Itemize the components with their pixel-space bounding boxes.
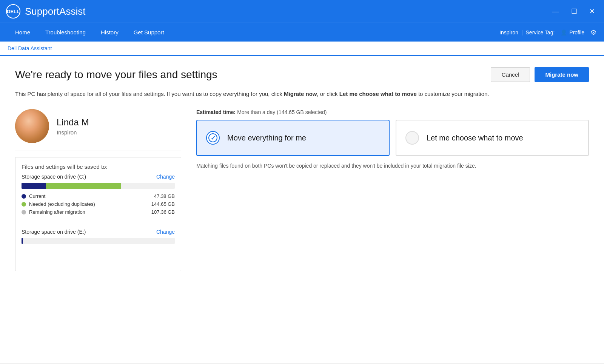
legend-needed-label: Needed (excluding duplicates) <box>29 201 95 207</box>
navbar: Home Troubleshooting History Get Support… <box>0 23 604 42</box>
option-choose-what-to-move[interactable]: Let me choose what to move <box>396 120 589 156</box>
nav-item-get-support[interactable]: Get Support <box>126 23 172 42</box>
profile-label: Profile <box>569 29 584 35</box>
option1-label: Move everything for me <box>227 133 306 143</box>
drive-e-progress-bar <box>22 238 175 244</box>
profile-icon: 👤 <box>561 29 567 35</box>
legend-current-value: 47.38 GB <box>154 193 175 199</box>
page-title: We're ready to move your files and setti… <box>15 69 217 81</box>
close-button[interactable]: ✕ <box>586 6 598 17</box>
divider-2 <box>22 221 175 221</box>
breadcrumb: Dell Data Assistant <box>0 42 604 56</box>
user-details: Linda M Inspiron <box>57 117 89 136</box>
titlebar: DELL SupportAssist — ☐ ✕ <box>0 0 604 23</box>
drive-e-change-link[interactable]: Change <box>156 229 175 235</box>
dot-remaining <box>22 210 26 214</box>
profile-button[interactable]: 👤 Profile <box>561 29 584 35</box>
legend-item-needed: Needed (excluding duplicates) 144.65 GB <box>22 201 175 207</box>
bar-current <box>22 183 46 189</box>
device-name: Inspiron <box>499 29 518 35</box>
dot-needed <box>22 202 26 207</box>
legend-item-remaining: Remaining after migration 107.36 GB <box>22 209 175 215</box>
user-info: Linda M Inspiron <box>15 109 181 143</box>
drive-e-header: Storage space on drive (E:) Change <box>22 229 175 235</box>
gear-icon[interactable]: ⚙ <box>590 28 596 37</box>
nav-items: Home Troubleshooting History Get Support <box>8 23 499 42</box>
drive-c-progress-bar <box>22 183 175 189</box>
breadcrumb-text: Dell Data Assistant <box>8 45 52 51</box>
nav-device: Inspiron | Service Tag: <box>499 29 555 35</box>
content-grid: Linda M Inspiron Files and settings will… <box>15 109 589 271</box>
note-text: Matching files found on both PCs won't b… <box>196 162 589 170</box>
legend-remaining-label: Remaining after migration <box>29 209 85 215</box>
drive-c-change-link[interactable]: Change <box>156 174 175 180</box>
app-title: SupportAssist <box>25 6 549 17</box>
nav-right: Inspiron | Service Tag: 👤 Profile ⚙ <box>499 28 596 37</box>
minimize-button[interactable]: — <box>549 6 562 17</box>
nav-item-troubleshooting[interactable]: Troubleshooting <box>38 23 93 42</box>
option-move-everything[interactable]: ✓ Move everything for me <box>196 120 390 156</box>
desc-bold-migrate: Migrate now <box>284 91 317 97</box>
storage-scroll[interactable]: Files and settings will be saved to: Sto… <box>15 157 181 271</box>
avatar-image <box>15 109 49 143</box>
user-device: Inspiron <box>57 129 89 136</box>
drive-e-bar-fill <box>22 238 23 244</box>
dell-logo: DELL <box>6 4 20 19</box>
legend: Current 47.38 GB Needed (excluding dupli… <box>22 193 175 215</box>
left-panel: Linda M Inspiron Files and settings will… <box>15 109 181 271</box>
legend-needed-value: 144.65 GB <box>151 201 175 207</box>
nav-item-home[interactable]: Home <box>8 23 38 42</box>
storage-intro-label: Files and settings will be saved to: <box>22 163 175 170</box>
main-content: We're ready to move your files and setti… <box>0 56 604 363</box>
window-controls: — ☐ ✕ <box>549 6 598 17</box>
header-row: We're ready to move your files and setti… <box>15 67 589 82</box>
radio-unchecked <box>405 131 419 145</box>
est-time-label: Estimated time: <box>196 109 236 115</box>
option2-label: Let me choose what to move <box>427 133 523 143</box>
cancel-button[interactable]: Cancel <box>491 67 530 82</box>
dell-logo-text: DELL <box>7 9 20 14</box>
drive-e-section: Storage space on drive (E:) Change <box>22 229 175 244</box>
drive-c-header: Storage space on drive (C:) Change <box>22 174 175 180</box>
legend-current-label: Current <box>29 193 45 199</box>
radio-checked: ✓ <box>206 131 220 145</box>
description-text: This PC has plenty of space for all of y… <box>15 89 589 99</box>
storage-section: Files and settings will be saved to: Sto… <box>15 157 181 271</box>
user-name: Linda M <box>57 117 89 128</box>
dot-current <box>22 194 26 199</box>
estimated-time: Estimated time: More than a day (144.65 … <box>196 109 589 115</box>
migrate-now-button[interactable]: Migrate now <box>535 67 589 82</box>
drive-e-label: Storage space on drive (E:) <box>22 229 86 235</box>
maximize-button[interactable]: ☐ <box>568 6 580 17</box>
avatar <box>15 109 49 143</box>
migration-options: ✓ Move everything for me Let me choose w… <box>196 120 589 156</box>
divider <box>15 151 181 151</box>
est-time-value: More than a day (144.65 GB selected) <box>237 109 327 115</box>
drive-c-label: Storage space on drive (C:) <box>22 174 86 180</box>
desc-bold-choose: Let me choose what to move <box>339 91 417 97</box>
legend-remaining-value: 107.36 GB <box>151 209 175 215</box>
header-actions: Cancel Migrate now <box>491 67 589 82</box>
nav-separator: | <box>521 29 523 35</box>
service-tag-label: Service Tag: <box>526 29 555 35</box>
check-icon: ✓ <box>208 133 217 142</box>
nav-item-history[interactable]: History <box>93 23 126 42</box>
bar-needed <box>46 183 121 189</box>
right-panel: Estimated time: More than a day (144.65 … <box>196 109 589 271</box>
legend-item-current: Current 47.38 GB <box>22 193 175 199</box>
